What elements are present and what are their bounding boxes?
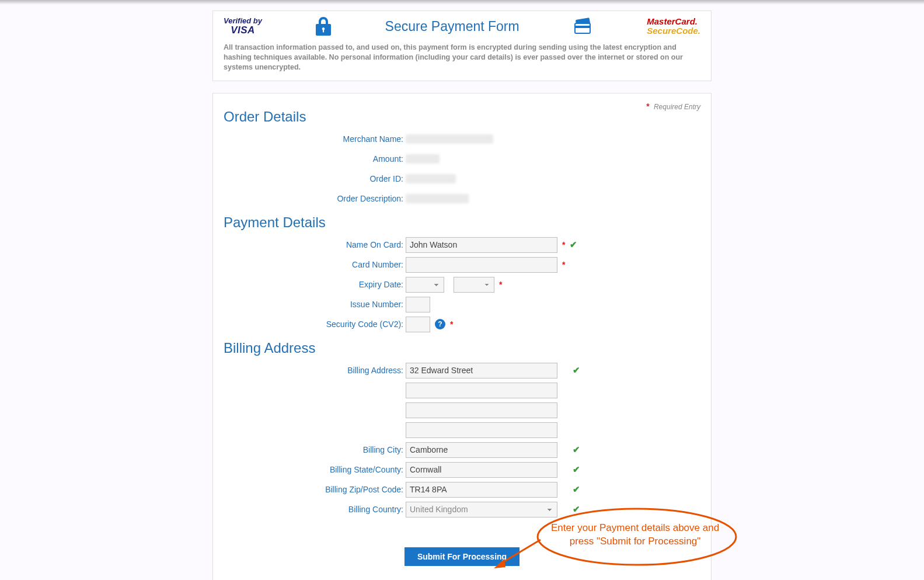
order-desc-value-redacted	[406, 194, 469, 203]
name-on-card-row: Name On Card: * ✔	[224, 237, 700, 253]
name-on-card-input[interactable]	[406, 237, 557, 253]
header-box: Verified by VISA Secure Payment Form Mas…	[212, 11, 712, 81]
checkmark-icon: ✔	[573, 484, 580, 495]
issue-number-label: Issue Number:	[224, 300, 406, 309]
main-container: Verified by VISA Secure Payment Form Mas…	[212, 0, 712, 580]
billing-address2-input[interactable]	[406, 383, 557, 398]
billing-city-row: Billing City: ✔	[224, 442, 700, 459]
issue-number-input[interactable]	[406, 297, 430, 312]
order-id-row: Order ID:	[224, 171, 700, 187]
cv2-input[interactable]	[406, 317, 430, 332]
payment-details-heading: Payment Details	[224, 214, 700, 231]
card-number-row: Card Number: *	[224, 256, 700, 273]
checkmark-icon: ✔	[573, 444, 580, 455]
order-desc-label: Order Description:	[224, 194, 406, 203]
mastercard-securecode-logo: MasterCard. SecureCode.	[647, 17, 700, 36]
visa-line1: Verified by	[224, 17, 262, 25]
mc-line1: MasterCard.	[647, 17, 700, 26]
billing-address3-row	[224, 402, 700, 419]
name-on-card-label: Name On Card:	[224, 240, 406, 249]
cv2-row: Security Code (CV2): ? *	[224, 316, 700, 333]
asterisk-icon: *	[499, 280, 502, 289]
lock-icon	[315, 17, 332, 36]
billing-address1-input[interactable]	[406, 363, 557, 378]
billing-address4-input[interactable]	[406, 422, 557, 438]
svg-rect-2	[575, 26, 590, 28]
merchant-name-row: Merchant Name:	[224, 131, 700, 148]
submit-button[interactable]: Submit For Processing	[405, 547, 519, 566]
credit-cards-icon	[573, 18, 594, 35]
mc-line2: SecureCode.	[647, 26, 700, 36]
billing-city-label: Billing City:	[224, 445, 406, 454]
annotation-text: Enter your Payment details above and pre…	[548, 522, 723, 548]
asterisk-icon: *	[646, 102, 649, 111]
asterisk-icon: *	[450, 319, 453, 329]
billing-country-label: Billing Country:	[224, 505, 406, 514]
order-details-heading: Order Details	[224, 109, 700, 125]
billing-address4-row	[224, 422, 700, 439]
checkmark-icon: ✔	[573, 504, 580, 515]
billing-address-heading: Billing Address	[224, 340, 700, 356]
help-icon[interactable]: ?	[435, 319, 445, 329]
card-number-input[interactable]	[406, 257, 557, 273]
billing-address1-row: Billing Address: ✔	[224, 362, 700, 379]
checkmark-icon: ✔	[573, 464, 580, 475]
header-description: All transaction information passed to, a…	[224, 43, 700, 72]
svg-rect-1	[575, 23, 590, 33]
merchant-name-value-redacted	[406, 134, 493, 144]
order-desc-row: Order Description:	[224, 190, 700, 207]
billing-country-select[interactable]: United Kingdom	[406, 502, 557, 518]
expiry-label: Expiry Date:	[224, 280, 406, 289]
billing-zip-row: Billing Zip/Post Code: ✔	[224, 481, 700, 498]
order-id-label: Order ID:	[224, 174, 406, 183]
expiry-month-select[interactable]	[406, 277, 444, 293]
checkmark-icon: ✔	[573, 365, 580, 376]
required-entry-label: Required Entry	[654, 103, 700, 111]
billing-zip-label: Billing Zip/Post Code:	[224, 485, 406, 494]
billing-zip-input[interactable]	[406, 482, 557, 498]
billing-address2-row	[224, 382, 700, 399]
cv2-label: Security Code (CV2):	[224, 319, 406, 329]
visa-line2: VISA	[224, 25, 262, 36]
checkmark-icon: ✔	[570, 239, 577, 250]
billing-address-label: Billing Address:	[224, 366, 406, 375]
issue-number-row: Issue Number:	[224, 296, 700, 313]
billing-state-label: Billing State/County:	[224, 465, 406, 474]
page-title: Secure Payment Form	[385, 19, 519, 34]
amount-label: Amount:	[224, 154, 406, 164]
billing-state-row: Billing State/County: ✔	[224, 461, 700, 478]
asterisk-icon: *	[562, 240, 565, 249]
submit-row: Submit For Processing	[224, 547, 700, 566]
billing-country-row: Billing Country: United Kingdom ✔	[224, 501, 700, 518]
expiry-row: Expiry Date: *	[224, 276, 700, 293]
header-top-row: Verified by VISA Secure Payment Form Mas…	[224, 17, 700, 36]
amount-value-redacted	[406, 154, 440, 164]
verified-by-visa-logo: Verified by VISA	[224, 17, 262, 35]
merchant-name-label: Merchant Name:	[224, 134, 406, 144]
top-shadow	[0, 0, 924, 5]
billing-address3-input[interactable]	[406, 402, 557, 418]
required-entry-note: * Required Entry	[646, 102, 700, 111]
asterisk-icon: *	[562, 260, 565, 269]
card-number-label: Card Number:	[224, 260, 406, 269]
form-box: * Required Entry Order Details Merchant …	[212, 93, 712, 580]
order-id-value-redacted	[406, 174, 456, 183]
billing-city-input[interactable]	[406, 442, 557, 458]
amount-row: Amount:	[224, 151, 700, 168]
billing-state-input[interactable]	[406, 462, 557, 478]
expiry-year-select[interactable]	[454, 277, 494, 293]
